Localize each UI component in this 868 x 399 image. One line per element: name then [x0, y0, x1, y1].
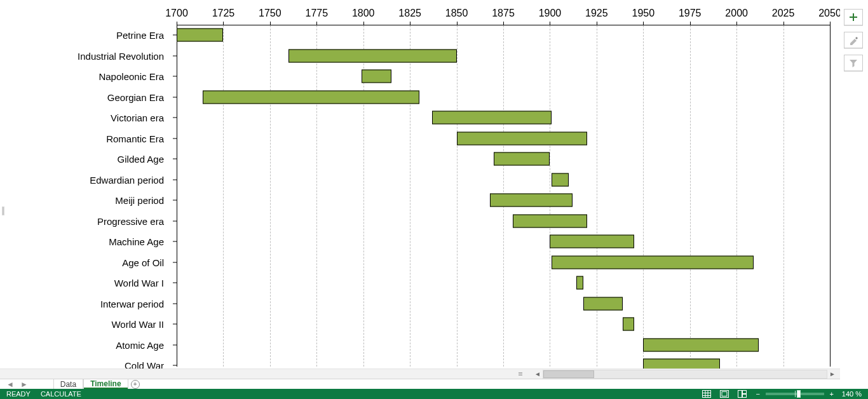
- status-ready: READY: [6, 390, 31, 398]
- x-tick-label: 1700: [165, 8, 188, 19]
- y-tick: [173, 200, 177, 201]
- range-bar[interactable]: [432, 111, 552, 125]
- view-normal-button[interactable]: [701, 389, 712, 398]
- zoom-out-button[interactable]: −: [754, 390, 762, 398]
- view-page-layout-button[interactable]: [719, 389, 730, 398]
- add-sheet-button[interactable]: +: [128, 380, 142, 389]
- zoom-in-button[interactable]: +: [828, 390, 836, 398]
- zoom-level-label[interactable]: 140 %: [842, 390, 862, 398]
- x-tick-label: 1750: [259, 8, 281, 19]
- chart-row: Romantic Era: [0, 128, 830, 149]
- x-tick-label: 1775: [305, 8, 328, 19]
- scroll-left-arrow[interactable]: ◄: [532, 369, 543, 379]
- plus-icon: [848, 12, 858, 22]
- sheet-hscrollbar[interactable]: ◄ ►: [532, 369, 837, 379]
- svg-rect-3: [738, 391, 742, 398]
- y-tick: [173, 262, 177, 262]
- range-bar[interactable]: [576, 276, 584, 290]
- app-viewport: 1700172517501775180018251850187519001925…: [0, 0, 868, 399]
- range-bar[interactable]: [494, 152, 550, 166]
- x-tick: [830, 22, 831, 25]
- x-tick-label: 1950: [632, 8, 654, 19]
- page-layout-icon: [720, 390, 729, 398]
- scroll-track[interactable]: [543, 370, 827, 379]
- y-tick: [173, 324, 177, 325]
- tab-label: Timeline: [90, 379, 121, 388]
- range-bar[interactable]: [623, 318, 634, 331]
- range-bar[interactable]: [288, 49, 456, 62]
- y-tick: [173, 118, 177, 118]
- sheet-nav-arrows[interactable]: ◄ ►: [0, 380, 34, 389]
- sheet-nav-prev[interactable]: ◄: [6, 380, 14, 389]
- category-label: Atomic Age: [0, 339, 164, 350]
- y-tick: [173, 365, 177, 366]
- chart-row: Gilded Age: [0, 149, 830, 170]
- x-tick-label: 1900: [539, 8, 562, 19]
- zoom-slider-knob[interactable]: [797, 390, 801, 398]
- range-bar[interactable]: [643, 359, 719, 369]
- range-bar[interactable]: [490, 194, 572, 207]
- category-label: Meiji period: [0, 195, 164, 206]
- plus-circle-icon: +: [131, 380, 140, 389]
- tab-label: Data: [60, 380, 76, 389]
- range-bar[interactable]: [552, 173, 568, 186]
- x-tick-label: 1975: [679, 8, 702, 19]
- range-bar[interactable]: [457, 132, 588, 145]
- sheet-hscroll-strip: ◄ ►: [0, 369, 840, 379]
- gantt-chart[interactable]: 1700172517501775180018251850187519001925…: [0, 0, 840, 369]
- chart-elements-button[interactable]: [844, 9, 863, 25]
- status-calculate[interactable]: CALCULATE: [41, 390, 81, 398]
- y-tick: [173, 138, 177, 139]
- tab-data[interactable]: Data: [53, 379, 83, 389]
- zoom-slider-track[interactable]: [766, 393, 824, 395]
- chart-styles-button[interactable]: [844, 32, 863, 48]
- range-bar[interactable]: [583, 297, 623, 310]
- range-bar[interactable]: [513, 214, 587, 227]
- svg-rect-0: [702, 391, 710, 398]
- y-tick: [173, 179, 177, 180]
- view-page-break-button[interactable]: [736, 389, 748, 398]
- category-label: Interwar period: [0, 298, 164, 309]
- range-bar[interactable]: [643, 338, 759, 351]
- scroll-right-arrow[interactable]: ►: [827, 369, 837, 379]
- chart-row: Industrial Revolution: [0, 46, 830, 67]
- sheet-tab-strip: ◄ ► Data Timeline +: [0, 379, 840, 389]
- pane-collapse-handle[interactable]: [0, 202, 6, 220]
- chart-side-buttons: [844, 9, 865, 71]
- category-label: Napoleonic Era: [0, 71, 164, 82]
- brush-icon: [848, 35, 858, 45]
- grid-icon: [702, 390, 711, 398]
- category-label: Romantic Era: [0, 133, 164, 144]
- range-bar[interactable]: [552, 255, 753, 269]
- chart-filters-button[interactable]: [844, 55, 863, 71]
- tab-timeline[interactable]: Timeline: [83, 379, 128, 389]
- x-tick-label: 2050: [818, 8, 840, 19]
- scroll-thumb[interactable]: [543, 370, 594, 378]
- category-label: Edwardian period: [0, 174, 164, 185]
- category-label: Petrine Era: [0, 30, 164, 41]
- chart-row: Age of Oil: [0, 252, 830, 273]
- svg-rect-4: [742, 391, 746, 394]
- x-tick-label: 2000: [725, 8, 748, 19]
- tab-split-handle[interactable]: [519, 371, 522, 377]
- category-label: Georgian Era: [0, 91, 164, 102]
- chart-scroll-area: 1700172517501775180018251850187519001925…: [0, 0, 840, 369]
- chart-row: Victorian era: [0, 107, 830, 128]
- y-tick: [173, 220, 177, 221]
- x-tick-label: 1850: [445, 8, 468, 19]
- chart-row: Napoleonic Era: [0, 66, 830, 87]
- range-bar[interactable]: [203, 90, 419, 104]
- range-bar[interactable]: [177, 29, 223, 42]
- range-bar[interactable]: [550, 235, 634, 248]
- y-tick: [173, 283, 177, 283]
- category-label: Progressive era: [0, 215, 164, 226]
- x-axis-labels: 1700172517501775180018251850187519001925…: [177, 8, 830, 23]
- x-tick-label: 1725: [212, 8, 235, 19]
- chart-row: World War I: [0, 273, 830, 294]
- zoom-control[interactable]: − +: [754, 390, 836, 398]
- category-label: Gilded Age: [0, 154, 164, 165]
- range-bar[interactable]: [362, 70, 391, 83]
- chart-row: Progressive era: [0, 211, 830, 232]
- chart-row: World War II: [0, 314, 830, 335]
- sheet-nav-next[interactable]: ►: [20, 380, 28, 389]
